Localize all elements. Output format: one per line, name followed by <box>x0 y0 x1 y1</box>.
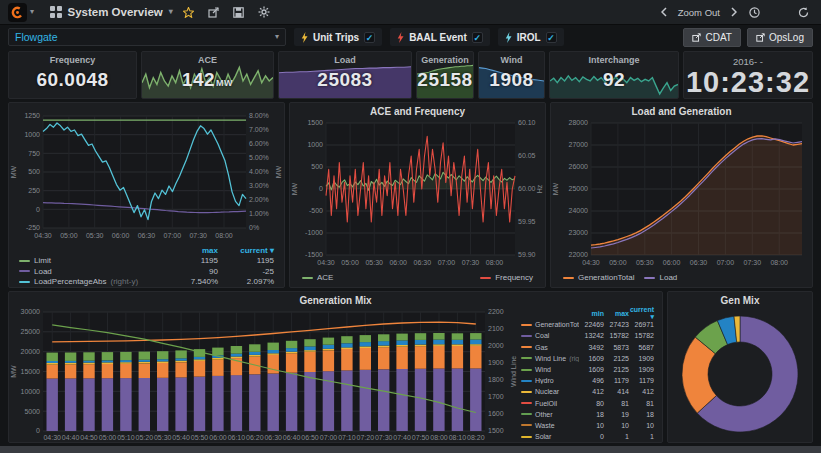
legend-value: 1609 <box>579 355 604 362</box>
series-name: Coal <box>535 332 549 339</box>
panel-title <box>9 103 284 110</box>
panel-stat-load[interactable]: Load25083 <box>278 51 412 99</box>
toggle-unit-trips[interactable]: Unit Trips✓ <box>294 28 382 46</box>
legend-row-gas[interactable]: Gas349258735687 <box>521 342 654 353</box>
time-back-button[interactable] <box>657 5 671 19</box>
svg-text:1250: 1250 <box>24 112 40 119</box>
link-label: CDAT <box>705 32 731 43</box>
panel-stat-frequency[interactable]: Frequency60.0048 <box>8 51 137 99</box>
legend-col-current[interactable]: current ▾ <box>629 306 654 321</box>
svg-text:6.00%: 6.00% <box>249 140 269 147</box>
panel-stat-wind[interactable]: Wind1908 <box>478 51 545 99</box>
toggle-baal-event[interactable]: BAAL Event✓ <box>390 28 490 46</box>
series-name: Waste <box>535 422 555 429</box>
legend-col-current[interactable]: current ▾ <box>218 246 274 255</box>
svg-text:MW: MW <box>552 182 559 195</box>
svg-text:-500: -500 <box>309 207 323 214</box>
legend-col-max[interactable]: max <box>604 310 629 317</box>
legend-value: 1909 <box>629 366 654 373</box>
legend-row-limit[interactable]: Limit11951195 <box>19 256 274 267</box>
time-forward-button[interactable] <box>727 5 741 19</box>
svg-text:05:30: 05:30 <box>636 259 654 266</box>
panel-stat-interchange[interactable]: Interchange92 <box>549 51 679 99</box>
svg-text:30000: 30000 <box>21 308 41 315</box>
legend-row-coal[interactable]: Coal132421578215782 <box>521 330 654 341</box>
stat-title: Generation <box>417 55 473 65</box>
link-button-opslog[interactable]: OpsLog <box>747 28 813 47</box>
time-picker-button[interactable] <box>745 5 764 20</box>
link-label: OpsLog <box>769 32 804 43</box>
legend-row-wind[interactable]: Wind160921251909 <box>521 364 654 375</box>
legend-row-load[interactable]: Load90-25 <box>19 266 274 277</box>
svg-text:04:30: 04:30 <box>317 259 335 266</box>
legend-row-loadpercentageabs[interactable]: LoadPercentageAbs (right-y)7.540%2.097% <box>19 277 274 288</box>
lightning-icon <box>397 32 404 43</box>
legend-row-wind-line[interactable]: Wind Line (right-y)160921251909 <box>521 353 654 364</box>
svg-text:60.10: 60.10 <box>518 119 536 126</box>
svg-text:1700: 1700 <box>488 393 504 400</box>
flowgate-select[interactable]: Flowgate ▾ <box>8 28 286 46</box>
legend-row-hydro[interactable]: Hydro49611791179 <box>521 375 654 386</box>
svg-text:05:20: 05:20 <box>136 434 154 441</box>
svg-text:60.05: 60.05 <box>518 152 536 159</box>
dashboard-picker[interactable]: System Overview ▾ <box>50 6 173 18</box>
time-controls: Zoom Out <box>657 5 764 20</box>
legend-row-nuclear[interactable]: Nuclear412414412 <box>521 386 654 397</box>
share-button[interactable] <box>204 5 223 20</box>
settings-button[interactable] <box>254 4 274 20</box>
legend-item-load[interactable]: Load <box>644 273 677 282</box>
legend-item-generationtotal[interactable]: GenerationTotal <box>563 273 634 282</box>
svg-text:Wind Line: Wind Line <box>510 356 517 387</box>
legend-item-frequency[interactable]: Frequency <box>480 273 533 282</box>
svg-text:0: 0 <box>36 206 40 213</box>
generation-mix-chart[interactable]: 0500010000150002000025000300001500160017… <box>9 306 521 443</box>
legend-row-solar[interactable]: Solar011 <box>521 431 654 442</box>
legend-value: 2.097% <box>218 277 274 286</box>
toggle-irol[interactable]: IROL✓ <box>498 28 564 46</box>
svg-text:07:30: 07:30 <box>375 434 393 441</box>
panel-title: Load and Generation <box>551 103 812 117</box>
legend-value: 1195 <box>218 256 274 265</box>
stat-title: ACE <box>142 55 273 65</box>
legend-row-generationtotal-line[interactable]: GenerationTotal.Line224692742326971 <box>521 319 654 330</box>
toggle-checkbox[interactable]: ✓ <box>472 32 483 43</box>
flowgate-chart[interactable]: -2500250500750100012500%1.00%2.00%3.00%4… <box>9 110 284 244</box>
stat-title: Wind <box>479 55 544 65</box>
save-icon <box>233 7 244 18</box>
legend-item-ace[interactable]: ACE <box>302 273 333 282</box>
panel-load-generation: Load and Generation 22000230002400025000… <box>550 102 813 288</box>
svg-text:07:30: 07:30 <box>462 259 480 266</box>
svg-text:-1000: -1000 <box>305 229 323 236</box>
link-button-cdat[interactable]: CDAT <box>683 28 740 47</box>
ace-frequency-chart[interactable]: -1500-1000-50005001000150059.9059.9560.0… <box>290 117 545 271</box>
save-button[interactable] <box>229 5 248 20</box>
bottom-scrollbar[interactable] <box>0 446 821 453</box>
zoom-out-button[interactable]: Zoom Out <box>675 5 723 20</box>
grafana-dashboard: ▾ System Overview ▾ Zoom Out <box>0 0 821 453</box>
legend-row-other[interactable]: Other181918 <box>521 409 654 420</box>
refresh-button[interactable] <box>794 5 813 20</box>
toggle-checkbox[interactable]: ✓ <box>364 32 375 43</box>
legend-row-waste[interactable]: Waste101010 <box>521 420 654 431</box>
star-button[interactable] <box>179 5 198 20</box>
toggle-checkbox[interactable]: ✓ <box>546 32 557 43</box>
load-generation-chart[interactable]: 2200023000240002500026000270002800004:30… <box>551 117 812 271</box>
gen-mix-donut-chart[interactable] <box>668 306 812 443</box>
svg-text:59.95: 59.95 <box>518 218 536 225</box>
svg-text:1000: 1000 <box>24 131 40 138</box>
panel-stat-generation[interactable]: Generation25158 <box>416 51 474 99</box>
svg-text:2.00%: 2.00% <box>249 196 269 203</box>
star-icon <box>183 7 194 18</box>
legend-value: 15782 <box>604 332 629 339</box>
legend-row-fueloil[interactable]: FuelOil808181 <box>521 398 654 409</box>
panel-clock[interactable]: 2016- -10:23:32 <box>683 51 813 99</box>
legend-value: 15782 <box>629 332 654 339</box>
panel-stat-ace[interactable]: ACE142MW <box>141 51 274 99</box>
legend-col-min[interactable]: min <box>579 310 604 317</box>
grafana-logo-menu[interactable]: ▾ <box>8 3 34 22</box>
chevron-left-icon <box>661 7 667 17</box>
svg-text:2100: 2100 <box>488 325 504 332</box>
lightning-icon <box>301 32 308 43</box>
legend-col-max[interactable]: max <box>162 246 218 255</box>
toggle-label: Unit Trips <box>313 32 359 43</box>
